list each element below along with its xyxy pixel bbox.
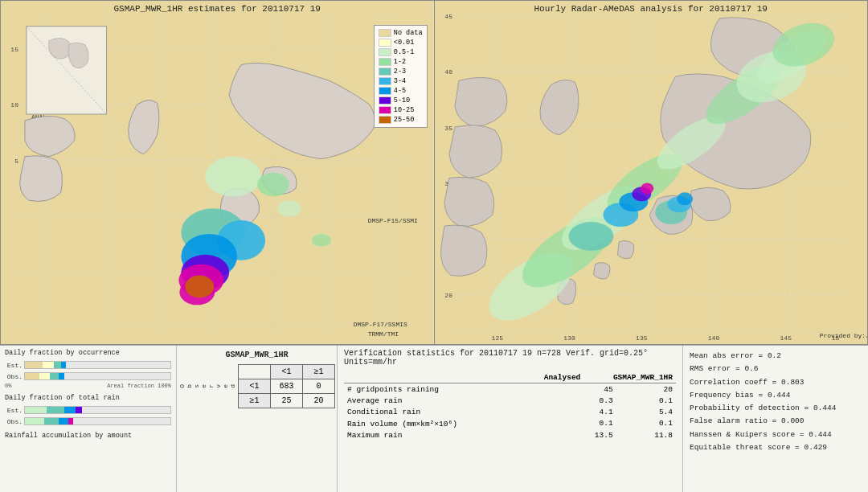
contingency-area: GSMAP_MWR_1HR O b s e r v e d <1 <box>177 346 338 492</box>
bar-fill-heavy-est2 <box>64 407 76 413</box>
cont-empty-cell <box>239 365 271 379</box>
verif-val-analysed-0: 45 <box>556 383 616 395</box>
svg-point-73 <box>677 192 693 205</box>
axis-left-1: 0% <box>5 383 11 389</box>
svg-text:5: 5 <box>14 158 18 165</box>
verif-label-4: Maximum rain <box>344 429 556 441</box>
bar-row-est1: Est. <box>5 359 171 371</box>
legend-color-10-25 <box>379 106 391 114</box>
legend-item-5-10: 5-10 <box>379 96 423 105</box>
left-map-panel: GSMAP_MWR_1HR estimates for 20110717 19 … <box>0 0 434 345</box>
chart-title-3: Rainfall accumulation by amount <box>5 432 171 440</box>
svg-text:DMSP-F17/SSMIS: DMSP-F17/SSMIS <box>354 321 407 328</box>
verif-label-0: # gridpoints raining <box>344 383 556 395</box>
svg-text:DMSP-F15/SSMI: DMSP-F15/SSMI <box>368 217 418 224</box>
svg-text:135: 135 <box>636 334 648 342</box>
legend-label-1-2: 1-2 <box>394 58 406 66</box>
stat-prob-detection: Probability of detection = 0.444 <box>690 403 862 414</box>
verification-area: Verification statistics for 20110717 19 … <box>338 346 683 492</box>
legend-item-4-5: 4-5 <box>379 86 423 96</box>
left-map-title: GSMAP_MWR_1HR estimates for 20110717 19 <box>1 4 434 14</box>
verif-val-gsmap-4: 11.8 <box>616 429 676 441</box>
cont-row-lt1: <1 683 0 <box>239 379 335 394</box>
legend-color-05-1 <box>379 48 391 56</box>
legend-item-3-4: 3-4 <box>379 76 423 86</box>
svg-text:130: 130 <box>563 334 575 342</box>
svg-text:20: 20 <box>444 292 452 299</box>
svg-text:TRMM/TMI: TRMM/TMI <box>368 330 399 338</box>
cont-row-ge1: ≥1 25 20 <box>239 394 335 408</box>
svg-text:40: 40 <box>444 68 452 76</box>
legend-label-10-25: 10-25 <box>394 106 415 114</box>
verif-label-2: Conditional rain <box>344 406 556 417</box>
verif-val-analysed-4: 13.5 <box>556 429 616 441</box>
bar-chart-2: Est. Obs. <box>5 404 171 427</box>
bar-fill-rain-est1 <box>54 362 61 368</box>
legend-color-3-4 <box>379 77 391 85</box>
legend-label-25-50: 25-50 <box>394 116 415 124</box>
stat-false-alarm: False alarm ratio = 0.000 <box>690 416 862 427</box>
svg-point-30 <box>312 234 331 247</box>
bar-fill-light-obs2 <box>25 418 44 424</box>
bar-fill-rain-obs1 <box>50 373 59 379</box>
contingency-wrapper: O b s e r v e d <1 ≥1 <box>178 364 335 408</box>
contingency-title: GSMAP_MWR_1HR <box>225 351 288 359</box>
svg-point-21 <box>257 173 289 197</box>
cont-cell-b: 0 <box>303 379 335 394</box>
bar-fill-med-obs2 <box>44 418 59 424</box>
maps-row: GSMAP_MWR_1HR estimates for 20110717 19 … <box>0 0 868 346</box>
verification-title: Verification statistics for 20110717 19 … <box>344 349 676 367</box>
bar-axis-1: 0% Areal fraction 100% <box>5 383 171 389</box>
verif-header-empty <box>344 371 523 383</box>
svg-text:35: 35 <box>444 125 452 132</box>
obs-label-1: Obs. <box>5 373 23 380</box>
legend-label-5-10: 5-10 <box>394 96 410 105</box>
cont-col-ge1: ≥1 <box>303 365 335 379</box>
cont-cell-d: 20 <box>303 394 335 408</box>
verif-row-4: Maximum rain 13.5 11.8 <box>344 429 676 441</box>
cont-cell-a: 683 <box>271 379 303 394</box>
verif-row-2: Conditional rain 4.1 5.4 <box>344 406 676 417</box>
bar-chart-1: Est. Obs. <box>5 359 171 389</box>
chart-title-2: Daily fraction of total rain <box>5 394 171 402</box>
svg-text:Provided by:JWA/JMA: Provided by:JWA/JMA <box>819 332 867 339</box>
legend-color-4-5 <box>379 87 391 95</box>
legend-item-nodata: No data <box>379 28 423 38</box>
stats-area: Mean abs error = 0.2 RMS error = 0.6 Cor… <box>683 346 868 492</box>
cont-row-label-lt1: <1 <box>239 379 271 394</box>
est-label-1: Est. <box>5 362 23 369</box>
right-map-title: Hourly Radar-AMeDAS analysis for 2011071… <box>435 4 868 14</box>
verif-col-analysed: Analysed <box>523 371 583 383</box>
verif-row-1: Average rain 0.3 0.1 <box>344 395 676 406</box>
svg-text:15: 15 <box>10 46 18 53</box>
stat-correlation: Correlation coeff = 0.803 <box>690 377 862 388</box>
verif-val-gsmap-1: 0.1 <box>616 395 676 406</box>
charts-area: Daily fraction by occurrence Est. Obs. <box>0 346 177 492</box>
bar-fill-vheavy-obs2 <box>68 418 72 424</box>
chart-title-1: Daily fraction by occurrence <box>5 349 171 357</box>
obs-label-2: Obs. <box>5 418 23 425</box>
bar-track-obs2 <box>24 417 171 425</box>
right-map-svg: 45 40 35 30 25 20 125 130 135 140 145 15 <box>435 1 868 344</box>
stat-frequency-bias: Frequency bias = 0.444 <box>690 390 862 401</box>
bar-track-est1 <box>24 361 171 369</box>
verif-col-gsmap: GSMAP_MWR_1HR <box>583 371 676 383</box>
legend-color-lt001 <box>379 39 391 47</box>
bar-fill-heavy-est1 <box>61 362 65 368</box>
legend: No data <0.01 0.5-1 1-2 2-3 <box>374 25 428 128</box>
cont-header-row: <1 ≥1 <box>239 365 335 379</box>
legend-color-25-50 <box>379 116 391 124</box>
bar-track-est2 <box>24 406 171 414</box>
main-container: GSMAP_MWR_1HR estimates for 20110717 19 … <box>0 0 868 492</box>
legend-label-2-3: 2-3 <box>394 68 406 76</box>
verif-val-analysed-1: 0.3 <box>556 395 616 406</box>
verif-val-gsmap-3: 0.1 <box>616 417 676 429</box>
verif-val-analysed-2: 4.1 <box>556 406 616 417</box>
verif-val-gsmap-2: 5.4 <box>616 406 676 417</box>
right-map-panel: Hourly Radar-AMeDAS analysis for 2011071… <box>434 0 869 345</box>
cont-row-label-ge1: ≥1 <box>239 394 271 408</box>
svg-point-70 <box>641 182 653 194</box>
bar-fill-nodata-obs1 <box>25 373 39 379</box>
legend-label-05-1: 0.5-1 <box>394 48 415 56</box>
stat-equitable-threat: Equitable threat score = 0.429 <box>690 442 862 453</box>
